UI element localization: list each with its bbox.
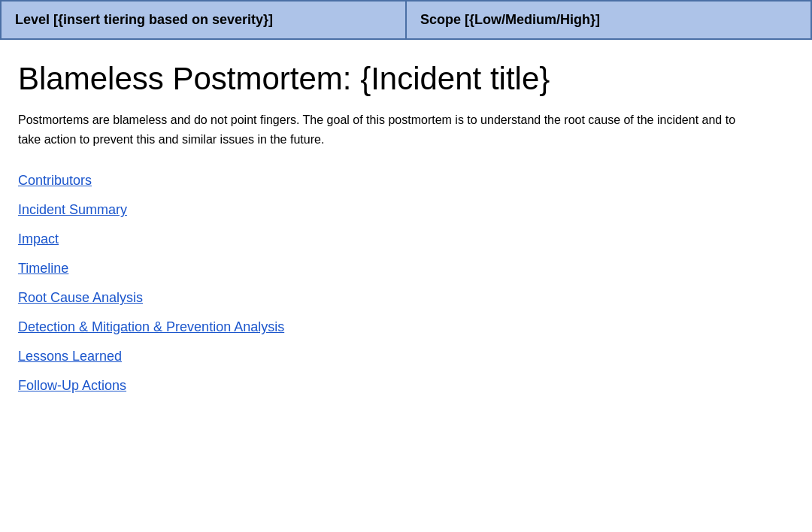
page-title: Blameless Postmortem: {Incident title} <box>18 61 794 97</box>
level-cell: Level [{insert tiering based on severity… <box>1 1 406 39</box>
scope-cell: Scope [{Low/Medium/High}] <box>406 1 811 39</box>
nav-link-timeline[interactable]: Timeline <box>18 261 794 277</box>
nav-link-follow-up-actions[interactable]: Follow-Up Actions <box>18 378 794 394</box>
description: Postmortems are blameless and do not poi… <box>18 110 755 149</box>
header-table: Level [{insert tiering based on severity… <box>0 0 812 40</box>
nav-link-contributors[interactable]: Contributors <box>18 173 794 189</box>
nav-links: ContributorsIncident SummaryImpactTimeli… <box>18 173 794 394</box>
nav-link-detection-mitigation-prevention[interactable]: Detection & Mitigation & Prevention Anal… <box>18 319 794 335</box>
nav-link-impact[interactable]: Impact <box>18 231 794 247</box>
content-area: Blameless Postmortem: {Incident title} P… <box>0 40 812 416</box>
nav-link-root-cause-analysis[interactable]: Root Cause Analysis <box>18 290 794 306</box>
nav-link-incident-summary[interactable]: Incident Summary <box>18 202 794 218</box>
nav-link-lessons-learned[interactable]: Lessons Learned <box>18 349 794 364</box>
